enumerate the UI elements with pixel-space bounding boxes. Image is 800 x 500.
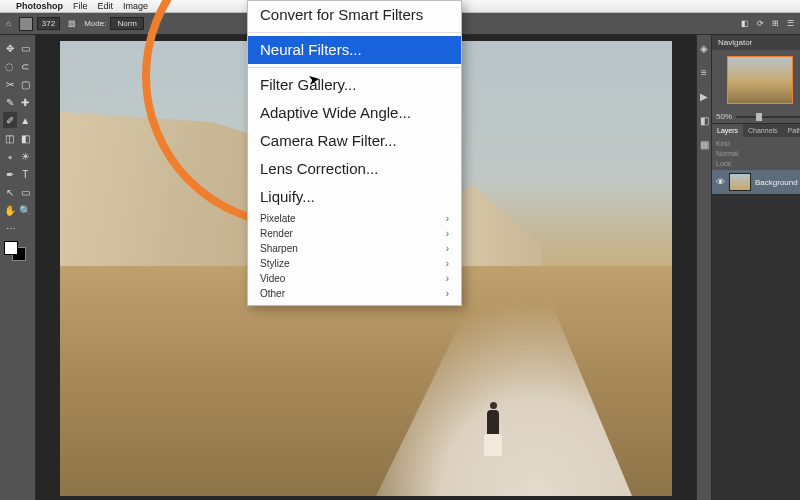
brush-tool-icon[interactable]: ✐	[3, 112, 17, 128]
layers-panel: Layers Channels Path Kind Normal Lock: 👁…	[712, 124, 800, 195]
mode-label: Mode:	[84, 19, 106, 28]
menu-item-camera-raw[interactable]: Camera Raw Filter...	[248, 127, 461, 155]
layer-row[interactable]: 👁 Background	[712, 170, 800, 194]
filter-menu: Convert for Smart Filters Neural Filters…	[247, 0, 462, 306]
menu-item-neural-filters[interactable]: Neural Filters...	[248, 36, 461, 64]
menu-file[interactable]: File	[73, 1, 88, 11]
kind-label: Kind	[716, 140, 730, 147]
edit-toolbar-icon[interactable]: ⋯	[3, 220, 19, 236]
menu-item-lens-correction[interactable]: Lens Correction...	[248, 155, 461, 183]
menu-edit[interactable]: Edit	[98, 1, 114, 11]
brush-size-field[interactable]: 372	[37, 17, 60, 30]
menu-item-video[interactable]: Video	[248, 271, 461, 286]
navigator-thumbnail[interactable]	[727, 56, 793, 104]
blend-mode-select[interactable]: Normal	[716, 150, 739, 157]
panel-icon[interactable]: ◈	[697, 41, 711, 55]
pen-tool-icon[interactable]: ✒	[3, 166, 17, 182]
menu-item-filter-gallery[interactable]: Filter Gallery...	[248, 71, 461, 99]
app-name[interactable]: Photoshop	[16, 1, 63, 11]
opt-icon[interactable]: ⊞	[772, 19, 779, 28]
panel-icon[interactable]: ◧	[697, 113, 711, 127]
navigator-tab[interactable]: Navigator	[712, 35, 800, 50]
heal-tool-icon[interactable]: ✚	[19, 94, 33, 110]
lock-label: Lock:	[716, 160, 733, 167]
zoom-slider[interactable]	[736, 116, 800, 118]
menu-item-other[interactable]: Other	[248, 286, 461, 301]
channels-tab[interactable]: Channels	[743, 124, 783, 137]
eyedropper-tool-icon[interactable]: ✎	[3, 94, 17, 110]
menu-item-adaptive-wide-angle[interactable]: Adaptive Wide Angle...	[248, 99, 461, 127]
cursor-icon: ➤	[307, 70, 322, 88]
panel-icon[interactable]: ≡	[697, 65, 711, 79]
navigator-panel: Navigator 50%	[712, 35, 800, 124]
crop-tool-icon[interactable]: ✂	[3, 76, 17, 92]
menu-item-sharpen[interactable]: Sharpen	[248, 241, 461, 256]
move-tool-icon[interactable]: ✥	[3, 40, 17, 56]
home-icon[interactable]: ⌂	[6, 19, 11, 28]
path-tool-icon[interactable]: ↖	[3, 184, 17, 200]
frame-tool-icon[interactable]: ▢	[19, 76, 33, 92]
type-tool-icon[interactable]: T	[19, 166, 33, 182]
shape-tool-icon[interactable]: ▭	[19, 184, 33, 200]
collapsed-panel-strip: ◈ ≡ ▶ ◧ ▦	[696, 35, 712, 500]
menu-item-convert-smart[interactable]: Convert for Smart Filters	[248, 1, 461, 29]
menu-item-stylize[interactable]: Stylize	[248, 256, 461, 271]
brush-preview-icon[interactable]	[19, 17, 33, 31]
panel-icon[interactable]: ▶	[697, 89, 711, 103]
dodge-tool-icon[interactable]: ☀	[19, 148, 33, 164]
menu-item-liquify[interactable]: Liquify...	[248, 183, 461, 211]
opt-icon[interactable]: ☰	[787, 19, 794, 28]
opt-icon[interactable]: ⟳	[757, 19, 764, 28]
gradient-tool-icon[interactable]: ◧	[19, 130, 33, 146]
layer-thumbnail[interactable]	[729, 173, 751, 191]
lasso-tool-icon[interactable]: ⊂	[19, 58, 33, 74]
visibility-icon[interactable]: 👁	[716, 177, 725, 187]
stamp-tool-icon[interactable]: ▲	[19, 112, 33, 128]
panel-icon[interactable]: ▦	[697, 137, 711, 151]
image-content	[484, 402, 502, 448]
toolbox: ✥▭ ◌⊂ ✂▢ ✎✚ ✐▲ ◫◧ ∘☀ ✒T ↖▭ ✋🔍 ⋯	[0, 35, 36, 500]
artboard-tool-icon[interactable]: ▭	[19, 40, 33, 56]
right-panel-column: ◈ ≡ ▶ ◧ ▦ Navigator 50% Layers Channels …	[696, 35, 800, 500]
marquee-tool-icon[interactable]: ◌	[3, 58, 17, 74]
eraser-tool-icon[interactable]: ◫	[3, 130, 17, 146]
layers-tab[interactable]: Layers	[712, 124, 743, 137]
foreground-color-swatch[interactable]	[4, 241, 18, 255]
zoom-tool-icon[interactable]: 🔍	[19, 202, 33, 218]
brush-settings-icon[interactable]: ▧	[68, 19, 76, 28]
opt-icon[interactable]: ◧	[741, 19, 749, 28]
menu-item-pixelate[interactable]: Pixelate	[248, 211, 461, 226]
menu-item-render[interactable]: Render	[248, 226, 461, 241]
layer-name[interactable]: Background	[755, 178, 798, 187]
zoom-value[interactable]: 50%	[716, 112, 732, 121]
blur-tool-icon[interactable]: ∘	[3, 148, 17, 164]
paths-tab[interactable]: Path	[783, 124, 800, 137]
blend-mode-dropdown[interactable]: Norm	[110, 17, 144, 30]
color-swatches[interactable]	[2, 241, 32, 265]
menu-image[interactable]: Image	[123, 1, 148, 11]
hand-tool-icon[interactable]: ✋	[3, 202, 17, 218]
